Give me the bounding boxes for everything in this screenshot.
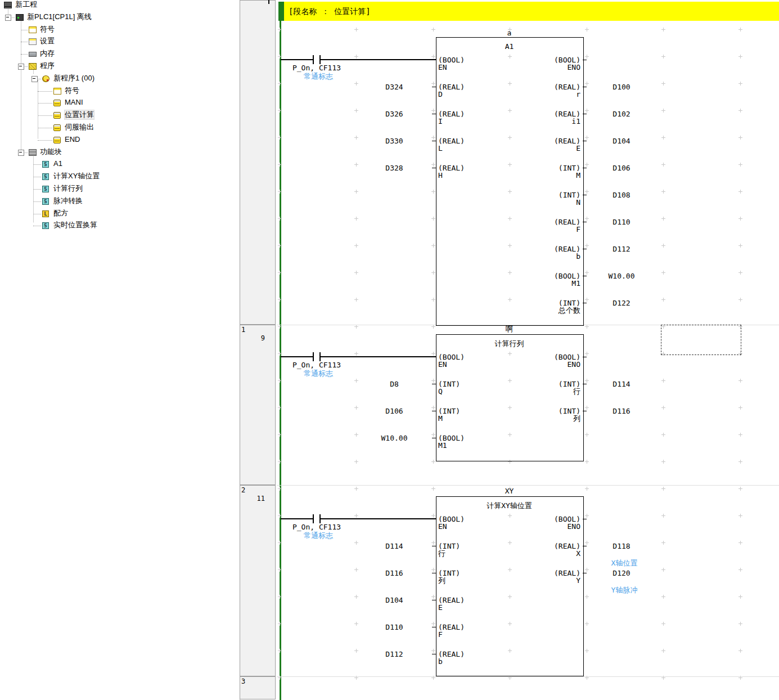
- tree-item-label[interactable]: 配方: [53, 209, 68, 218]
- tree-item-label[interactable]: 伺服输出: [65, 123, 94, 132]
- tree-item-label[interactable]: 计算XY轴位置: [53, 172, 100, 181]
- grid-mark: [585, 649, 589, 653]
- operand-label[interactable]: D100: [613, 83, 630, 91]
- operand-label[interactable]: D118: [613, 542, 630, 550]
- operand-label[interactable]: D120: [613, 569, 630, 577]
- fb-pin-input: (BOOL) M1: [438, 434, 465, 449]
- grid-mark: [354, 109, 358, 113]
- grid-mark: [739, 676, 742, 680]
- rung-margin-cell[interactable]: [240, 485, 276, 676]
- operand-label[interactable]: D110: [385, 623, 403, 631]
- operand-label[interactable]: D328: [385, 164, 403, 172]
- fb-box[interactable]: [436, 37, 584, 326]
- operand-label[interactable]: D122: [613, 299, 630, 307]
- contact[interactable]: [313, 55, 314, 64]
- tree-expand-toggle[interactable]: [5, 15, 11, 21]
- grid-mark: [585, 244, 589, 248]
- grid-mark: [354, 82, 358, 86]
- grid-mark: [278, 460, 282, 464]
- grid-mark: [508, 595, 512, 599]
- operand-label[interactable]: D116: [385, 569, 403, 577]
- tree-item-label[interactable]: END: [65, 135, 80, 144]
- operand-label[interactable]: D324: [385, 83, 403, 91]
- rung-margin-cell[interactable]: [240, 0, 276, 325]
- plc-icon: [16, 14, 24, 21]
- tree-connector: [21, 54, 28, 55]
- tree-expand-toggle[interactable]: [18, 64, 24, 70]
- operand-label[interactable]: D104: [385, 596, 403, 604]
- tree-item-label[interactable]: 符号: [40, 25, 55, 34]
- operand-label[interactable]: D116: [613, 407, 630, 415]
- tree-item-label[interactable]: A1: [53, 159, 62, 168]
- tree-item-label[interactable]: 计算行列: [53, 184, 83, 193]
- operand-label[interactable]: D114: [385, 542, 403, 550]
- section-banner[interactable]: [段名称 ： 位置计算]: [284, 2, 779, 21]
- rung-margin-cell[interactable]: [240, 325, 276, 485]
- operand-label[interactable]: W10.00: [381, 434, 408, 442]
- selection-cursor[interactable]: [661, 325, 741, 355]
- grid-mark: [278, 136, 282, 140]
- operand-label[interactable]: D106: [385, 407, 403, 415]
- contact[interactable]: [319, 352, 321, 361]
- grid-mark: [278, 163, 282, 167]
- pin-tick: [583, 60, 587, 60]
- operand-label[interactable]: D326: [385, 110, 403, 118]
- contact[interactable]: [319, 55, 321, 64]
- tree-item-label[interactable]: 符号: [65, 86, 79, 95]
- tree-expand-toggle[interactable]: [31, 76, 38, 82]
- contact[interactable]: [313, 352, 314, 361]
- tree-item-label[interactable]: 脉冲转换: [53, 196, 83, 205]
- operand-label[interactable]: D106: [613, 164, 630, 172]
- tree-expand-toggle[interactable]: [18, 150, 24, 156]
- grid-mark: [354, 514, 358, 518]
- grid-mark: [739, 622, 742, 626]
- operand-label[interactable]: D330: [385, 137, 403, 145]
- contact[interactable]: [313, 514, 314, 523]
- grid-mark: [585, 109, 589, 113]
- grid-mark: [431, 55, 435, 59]
- tree-item-label[interactable]: MANI: [65, 98, 83, 107]
- grid-mark: [354, 433, 358, 437]
- operand-label[interactable]: D110: [613, 218, 630, 226]
- contact-label: P_On, CF113: [292, 523, 341, 531]
- grid-mark: [508, 433, 512, 437]
- tree-item-label[interactable]: 新工程: [15, 0, 37, 9]
- operand-label[interactable]: D112: [385, 650, 403, 658]
- grid-mark: [508, 55, 512, 59]
- fb-folder-icon: [29, 149, 37, 156]
- tree-item-label[interactable]: 内存: [40, 49, 55, 58]
- grid-mark: [661, 136, 665, 140]
- fb-title: A1: [505, 43, 514, 50]
- grid-mark: [508, 190, 512, 194]
- tree-item-label[interactable]: 新程序1 (00): [53, 74, 94, 83]
- grid-mark: [739, 190, 742, 194]
- fb-pin-input: (INT) 行: [438, 542, 460, 557]
- tree-item-label[interactable]: 程序: [40, 61, 55, 70]
- tree-item-label[interactable]: 功能块: [40, 147, 62, 156]
- contact-comment: 常通标志: [304, 370, 333, 377]
- contact[interactable]: [319, 514, 321, 523]
- fb-yellow-icon: L: [42, 210, 49, 217]
- fb-pin-input: (REAL) F: [438, 623, 465, 638]
- operand-label[interactable]: D108: [613, 191, 630, 199]
- fb-box[interactable]: [436, 496, 584, 676]
- operand-label[interactable]: D8: [390, 380, 399, 388]
- operand-label[interactable]: D114: [613, 380, 630, 388]
- grid-mark: [508, 460, 512, 464]
- fb-pin-output: (INT) 总个数: [436, 299, 580, 314]
- operand-label[interactable]: D112: [613, 245, 630, 253]
- fb-pin-input: (REAL) D: [438, 83, 465, 98]
- operand-label[interactable]: D104: [613, 137, 630, 145]
- fb-box[interactable]: [436, 334, 584, 461]
- tree-item-label[interactable]: 实时位置换算: [53, 221, 97, 230]
- tree-item-label[interactable]: 设置: [40, 37, 55, 46]
- grid-mark: [661, 244, 665, 248]
- fb-pin-output: (REAL) F: [436, 218, 580, 233]
- grid-mark: [354, 55, 358, 59]
- tree-item-label[interactable]: 位置计算: [65, 110, 94, 119]
- tree-connector: [33, 226, 41, 227]
- operand-label[interactable]: D102: [613, 110, 630, 118]
- tree-item-label[interactable]: 新PLC1[CP1L] 离线: [27, 12, 92, 21]
- operand-label[interactable]: W10.00: [609, 272, 635, 280]
- grid-mark: [431, 541, 435, 545]
